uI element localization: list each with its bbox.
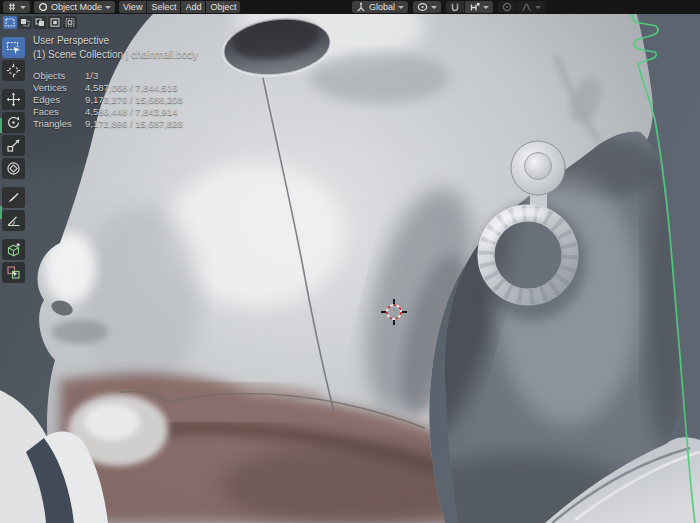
chevron-down-icon [105, 6, 111, 9]
tool-add-cube[interactable] [2, 239, 25, 260]
falloff-curve-icon [521, 2, 532, 12]
stat-triangles: Triangles 9,172,896 / 15,687,828 [33, 118, 198, 130]
tool-cursor[interactable] [2, 60, 25, 81]
select-mode-new-button[interactable] [3, 16, 17, 29]
tool-select-box[interactable] [2, 37, 25, 58]
editor-type-icon [7, 2, 17, 12]
context-breadcrumb: (1) Scene Collection | chainmail.body [33, 48, 198, 61]
stat-objects: Objects 1/3 [33, 70, 198, 82]
snap-increment-icon [469, 2, 480, 12]
tool-rotate[interactable] [2, 112, 25, 133]
measure-icon [6, 213, 21, 228]
select-intersect-icon [65, 18, 75, 27]
move-icon [6, 92, 21, 107]
pivot-point-icon [417, 2, 428, 12]
snap-settings-dropdown[interactable] [465, 1, 493, 13]
select-mode-intersect-button[interactable] [63, 16, 77, 29]
select-extend-icon [20, 18, 30, 27]
tool-duplicate[interactable] [2, 262, 25, 283]
duplicate-icon [6, 265, 21, 280]
menu-object[interactable]: Object [206, 1, 240, 13]
editor-type-button[interactable] [3, 1, 30, 13]
object-mode-icon [38, 2, 48, 12]
proportional-edit-group [498, 1, 545, 13]
orientation-dropdown[interactable]: Global [352, 1, 408, 13]
viewport-text-overlay: User Perspective (1) Scene Collection | … [33, 34, 198, 130]
snap-toggle-button[interactable] [446, 1, 464, 13]
transform-icon [6, 161, 21, 176]
select-invert-icon [50, 18, 60, 27]
mode-label: Object Mode [51, 3, 102, 12]
header-right-controls: Global [352, 1, 545, 13]
select-new-icon [5, 18, 15, 27]
snap-group [446, 1, 493, 13]
chevron-down-icon [535, 6, 541, 9]
tool-scale[interactable] [2, 135, 25, 156]
tool-annotate[interactable] [2, 187, 25, 208]
view-name: User Perspective [33, 34, 198, 47]
proportional-edit-toggle[interactable] [498, 1, 516, 13]
select-mode-invert-button[interactable] [48, 16, 62, 29]
magnet-icon [450, 2, 460, 13]
tool-measure[interactable] [2, 210, 25, 231]
stat-vertices: Vertices 4,587,068 / 7,844,516 [33, 82, 198, 94]
annotate-pen-icon [6, 190, 21, 205]
scene-statistics: Objects 1/3 Vertices 4,587,068 / 7,844,5… [33, 70, 198, 130]
global-axes-icon [356, 2, 366, 12]
pivot-point-dropdown[interactable] [413, 1, 441, 13]
menu-select[interactable]: Select [147, 1, 180, 13]
viewport-header: Object Mode View Select Add Object Globa… [0, 0, 700, 14]
select-subtract-icon [35, 18, 45, 27]
menu-add[interactable]: Add [181, 1, 205, 13]
proportional-edit-icon [502, 2, 512, 12]
add-cube-icon [6, 242, 21, 257]
cursor-tool-icon [6, 63, 21, 78]
menu-bar: View Select Add Object [119, 1, 240, 13]
select-mode-subtract-button[interactable] [33, 16, 47, 29]
menu-view[interactable]: View [119, 1, 146, 13]
orientation-label: Global [369, 3, 395, 12]
select-box-icon [6, 40, 21, 55]
tool-transform[interactable] [2, 158, 25, 179]
tool-move[interactable] [2, 89, 25, 110]
rotate-icon [6, 115, 21, 130]
chevron-down-icon [483, 6, 489, 9]
select-mode-extend-button[interactable] [18, 16, 32, 29]
stat-faces: Faces 4,586,448 / 7,843,914 [33, 106, 198, 118]
falloff-dropdown[interactable] [517, 1, 545, 13]
blender-3d-viewport: Object Mode View Select Add Object Globa… [0, 0, 700, 523]
chevron-down-icon [431, 6, 437, 9]
select-mode-row [3, 16, 77, 29]
chevron-down-icon [398, 6, 404, 9]
toolbar [2, 37, 25, 283]
mode-dropdown[interactable]: Object Mode [34, 1, 115, 13]
chevron-down-icon [20, 6, 26, 9]
scale-icon [6, 138, 21, 153]
stat-edges: Edges 9,173,276 / 15,688,208 [33, 94, 198, 106]
